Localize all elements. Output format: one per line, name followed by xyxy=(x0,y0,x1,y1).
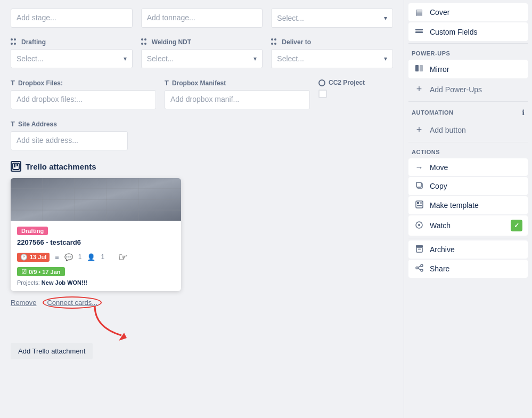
text-type-icon: T xyxy=(11,79,15,87)
site-address-col: T Site Address Add site address... xyxy=(11,120,128,150)
grid-icon xyxy=(271,38,279,46)
select-field[interactable]: Select... ▾ xyxy=(271,9,393,28)
welding-select[interactable]: Select... ▾ xyxy=(141,49,263,68)
archive-label: Archive xyxy=(430,245,522,254)
menu-icon: ≡ xyxy=(55,253,59,261)
move-item[interactable]: → Move xyxy=(408,158,528,176)
drafting-select[interactable]: Select... ▾ xyxy=(11,49,133,68)
top-fields-row: Add stage... Add tonnage... Select... ▾ xyxy=(11,9,393,28)
plus-icon: + xyxy=(414,124,424,135)
projects-value: New Job WON!!! xyxy=(42,279,87,286)
date-text: 13 Jul xyxy=(30,254,46,260)
actions-section-label: Actions xyxy=(412,149,528,155)
make-template-label: Make template xyxy=(430,201,522,210)
attachments-section: Trello attachments xyxy=(11,161,393,359)
svg-rect-25 xyxy=(416,247,422,252)
svg-point-23 xyxy=(418,224,420,226)
card-bg-image xyxy=(11,178,181,221)
add-trello-attachment-button[interactable]: Add Trello attachment xyxy=(11,343,93,359)
cover-label: Cover xyxy=(430,8,522,17)
remove-link[interactable]: Remove xyxy=(11,299,36,307)
archive-icon xyxy=(414,245,424,254)
grid-icon xyxy=(141,38,149,46)
copy-label: Copy xyxy=(430,182,522,190)
text-type-icon: T xyxy=(165,79,169,87)
dropbox-files-field[interactable]: Add dropbox files:... xyxy=(11,90,156,109)
chevron-down-icon: ▾ xyxy=(384,55,387,62)
archive-item[interactable]: Archive xyxy=(408,240,528,259)
svg-rect-14 xyxy=(415,65,419,71)
move-icon: → xyxy=(414,163,424,172)
right-panel: ▤ Cover Custom Fields Power-Ups Mirror +… xyxy=(404,0,532,418)
move-label: Move xyxy=(430,163,522,172)
site-address-label: T Site Address xyxy=(11,120,128,128)
dropbox-files-col: T Dropbox Files: Add dropbox files:... xyxy=(11,79,156,109)
deliver-label: Deliver to xyxy=(271,38,393,46)
left-panel: Add stage... Add tonnage... Select... ▾ … xyxy=(0,0,404,418)
card-projects: Projects: New Job WON!!! xyxy=(17,279,175,286)
add-tonnage-col: Add tonnage... xyxy=(141,9,263,28)
select-value: Select... xyxy=(277,14,304,22)
divider-2 xyxy=(408,101,528,102)
cc2-checkbox[interactable] xyxy=(318,90,327,98)
add-tonnage-field[interactable]: Add tonnage... xyxy=(141,9,263,28)
watch-label: Watch xyxy=(430,221,451,230)
share-label: Share xyxy=(430,264,522,273)
info-icon[interactable]: ℹ xyxy=(522,108,525,117)
deliver-select[interactable]: Select... ▾ xyxy=(271,49,393,68)
svg-rect-20 xyxy=(417,205,422,206)
make-template-item[interactable]: Make template xyxy=(408,196,528,214)
comment-count: 1 xyxy=(78,253,82,261)
row1: Drafting Select... ▾ Welding NDT Select.… xyxy=(11,38,393,68)
welding-col: Welding NDT Select... ▾ xyxy=(141,38,263,68)
drafting-select-value: Select... xyxy=(17,54,44,63)
features-section: ▤ Cover Custom Fields xyxy=(408,3,528,41)
row2: T Dropbox Files: Add dropbox files:... T… xyxy=(11,79,393,109)
add-button-item[interactable]: + Add button xyxy=(408,120,528,140)
mirror-label: Mirror xyxy=(430,65,522,74)
comment-icon: 💬 xyxy=(64,253,73,261)
projects-label: Projects: xyxy=(17,279,40,286)
share-item[interactable]: Share xyxy=(408,260,528,278)
attachment-actions-container: Remove Connect cards... xyxy=(11,296,393,309)
automation-header: Automation ℹ xyxy=(412,108,525,117)
chevron-down-icon: ▾ xyxy=(124,55,127,62)
member-icon: 👤 xyxy=(87,253,95,261)
deliver-label-text: Deliver to xyxy=(282,38,311,46)
deliver-col: Deliver to Select... ▾ xyxy=(271,38,393,68)
svg-line-31 xyxy=(418,269,421,270)
dropbox-manifest-field[interactable]: Add dropbox manif... xyxy=(165,90,310,109)
add-stage-field[interactable]: Add stage... xyxy=(11,9,133,28)
cover-item[interactable]: ▤ Cover xyxy=(408,3,528,21)
svg-rect-12 xyxy=(415,29,423,30)
cc2-project-col: CC2 Project xyxy=(318,79,393,98)
svg-rect-1 xyxy=(14,164,15,167)
deliver-select-value: Select... xyxy=(277,54,304,63)
chevron-down-icon: ▾ xyxy=(384,14,387,22)
dropbox-files-label: T Dropbox Files: xyxy=(11,79,156,87)
divider-3 xyxy=(408,142,528,142)
svg-point-29 xyxy=(416,267,418,269)
cover-icon: ▤ xyxy=(414,7,424,17)
automation-label: Automation xyxy=(412,109,454,116)
site-address-field[interactable]: Add site address... xyxy=(11,131,128,150)
svg-point-27 xyxy=(421,264,423,267)
card-body: Drafting 2207566 - testcard6 🕐 13 Jul ≡ … xyxy=(11,221,181,291)
cursor-icon: ☞ xyxy=(118,251,128,263)
svg-rect-17 xyxy=(416,182,421,187)
drafting-col: Drafting Select... ▾ xyxy=(11,38,133,68)
checklist-text: 0/9 • 17 Jan xyxy=(29,269,61,275)
mirror-item[interactable]: Mirror xyxy=(408,60,528,78)
add-stage-col: Add stage... xyxy=(11,9,133,28)
dropbox-files-label-text: Dropbox Files: xyxy=(18,79,63,87)
watch-item[interactable]: Watch ✓ xyxy=(408,215,528,236)
dropbox-manifest-col: T Dropbox Manifest Add dropbox manif... xyxy=(165,79,310,109)
copy-item[interactable]: Copy xyxy=(408,177,528,195)
cc2-label: CC2 Project xyxy=(318,79,393,86)
add-power-ups-item[interactable]: + Add Power-Ups xyxy=(408,79,528,99)
custom-fields-label: Custom Fields xyxy=(430,28,522,36)
welding-label-text: Welding NDT xyxy=(152,38,191,46)
welding-select-value: Select... xyxy=(147,54,174,63)
divider-4 xyxy=(408,238,528,238)
custom-fields-item[interactable]: Custom Fields xyxy=(408,22,528,41)
